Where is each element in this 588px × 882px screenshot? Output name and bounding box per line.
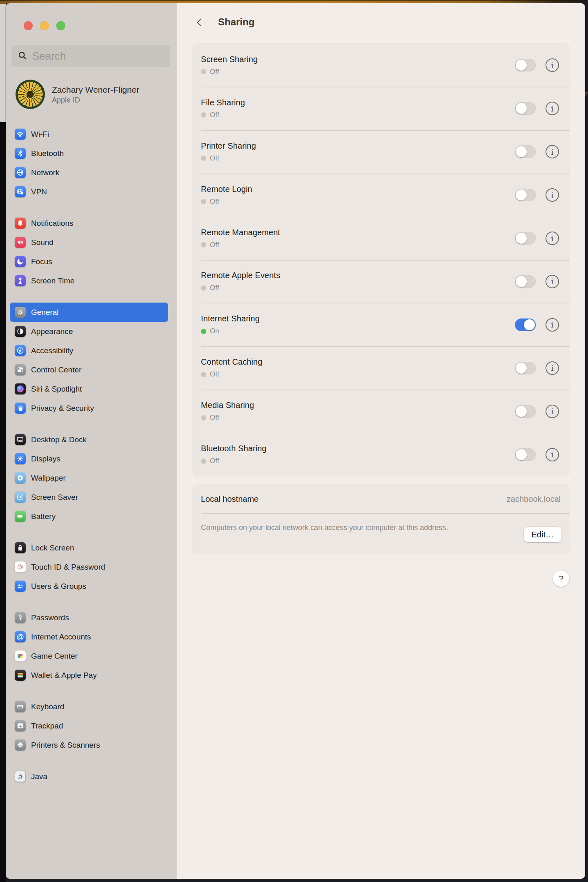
sidebar-item-label: Wallpaper [31, 474, 66, 483]
sidebar-item-accessibility[interactable]: Accessibility [10, 341, 168, 360]
sidebar-item-users-groups[interactable]: Users & Groups [10, 577, 168, 596]
info-icon: i [551, 147, 553, 156]
local-hostname-row: Local hostname zachbook.local [193, 485, 570, 514]
sidebar-item-general[interactable]: General [10, 303, 168, 322]
sidebar-item-label: Focus [31, 257, 52, 266]
info-button[interactable]: i [546, 318, 559, 332]
sidebar-item-privacy-security[interactable]: Privacy & Security [10, 399, 168, 418]
status-text: Off [210, 414, 219, 422]
info-button[interactable]: i [546, 232, 559, 245]
sidebar-item-wifi[interactable]: Wi-Fi [10, 125, 168, 144]
toggle-switch[interactable] [515, 405, 536, 418]
sidebar-item-label: Printers & Scanners [31, 741, 100, 750]
displays-sun-icon [15, 453, 26, 464]
printer-icon [15, 739, 26, 751]
info-button[interactable]: i [546, 102, 559, 115]
sidebar-item-network[interactable]: Network [10, 163, 168, 182]
apple-id-profile[interactable]: Zachary Wener-Fligner Apple ID [16, 80, 170, 109]
system-settings-window: Zachary Wener-Fligner Apple ID Wi-Fi Blu… [6, 3, 585, 879]
minimize-button[interactable] [40, 21, 49, 30]
sidebar-item-sound[interactable]: Sound [10, 233, 168, 252]
battery-icon [15, 511, 26, 522]
sidebar-item-control-center[interactable]: Control Center [10, 360, 168, 379]
sidebar-item-screen-saver[interactable]: Screen Saver [10, 488, 168, 507]
service-label: Media Sharing [201, 401, 515, 410]
sidebar-item-displays[interactable]: Displays [10, 449, 168, 468]
sidebar-item-wallet[interactable]: Wallet & Apple Pay [10, 666, 168, 685]
sidebar-item-keyboard[interactable]: Keyboard [10, 697, 168, 716]
sidebar-item-java[interactable]: Java [10, 767, 168, 786]
sidebar-item-game-center[interactable]: Game Center [10, 646, 168, 666]
service-row-internet-sharing: Internet Sharing On i [193, 303, 570, 346]
appearance-contrast-icon [15, 326, 26, 337]
info-button[interactable]: i [546, 448, 559, 461]
sidebar-item-label: Game Center [31, 652, 78, 661]
toggle-switch[interactable] [515, 189, 536, 201]
status-dot [201, 156, 206, 161]
service-row-bluetooth-sharing: Bluetooth Sharing Off i [193, 433, 570, 476]
sidebar-item-wallpaper[interactable]: Wallpaper [10, 468, 168, 488]
toggle-switch[interactable] [515, 102, 536, 115]
sidebar-group-peripherals: Keyboard Trackpad Printers & Scanners [10, 697, 168, 755]
sidebar-item-appearance[interactable]: Appearance [10, 322, 168, 341]
search-input[interactable] [32, 50, 164, 62]
game-center-bubbles-icon [15, 650, 26, 662]
sidebar-item-vpn[interactable]: VPN [10, 182, 168, 201]
screen-saver-icon [15, 492, 26, 503]
zoom-button[interactable] [56, 21, 65, 30]
sidebar-item-label: Java [31, 772, 47, 781]
sidebar-item-lock-screen[interactable]: Lock Screen [10, 538, 168, 557]
sidebar-item-focus[interactable]: Focus [10, 252, 168, 271]
help-button[interactable]: ? [553, 570, 569, 587]
sidebar-item-bluetooth[interactable]: Bluetooth [10, 144, 168, 163]
local-hostname-card: Local hostname zachbook.local Computers … [193, 485, 570, 554]
service-row-remote-management: Remote Management Off i [193, 217, 570, 260]
service-label: Content Caching [201, 357, 515, 367]
lock-icon [15, 542, 26, 553]
service-row-printer-sharing: Printer Sharing Off i [193, 130, 570, 174]
sharing-pane: Sharing Screen Sharing Off i File Sharin… [177, 3, 585, 879]
sidebar-item-touch-id[interactable]: Touch ID & Password [10, 557, 168, 577]
info-button[interactable]: i [546, 405, 559, 418]
toggle-switch[interactable] [515, 448, 536, 461]
wallpaper-flower-icon [15, 472, 26, 483]
status-text: Off [210, 457, 219, 465]
toggle-switch[interactable] [515, 362, 536, 374]
toggle-switch[interactable] [515, 318, 536, 331]
bluetooth-icon [15, 148, 26, 159]
edit-hostname-button[interactable]: Edit… [524, 527, 561, 542]
toggle-switch[interactable] [515, 275, 536, 288]
sound-speaker-icon [15, 237, 26, 248]
toggle-switch[interactable] [515, 145, 536, 158]
info-button[interactable]: i [546, 58, 559, 72]
sidebar-item-screen-time[interactable]: Screen Time [10, 271, 168, 290]
sidebar-item-label: Internet Accounts [31, 633, 91, 641]
sidebar-item-label: Keyboard [31, 702, 64, 711]
local-hostname-label: Local hostname [201, 494, 258, 504]
avatar [16, 80, 45, 109]
sidebar-item-label: Wi-Fi [31, 130, 49, 139]
search-field[interactable] [11, 45, 170, 67]
sidebar-item-desktop-dock[interactable]: Desktop & Dock [10, 430, 168, 449]
info-icon: i [551, 407, 553, 416]
sidebar-item-label: Privacy & Security [31, 404, 94, 413]
info-button[interactable]: i [546, 188, 559, 202]
info-button[interactable]: i [546, 275, 559, 288]
sidebar-item-label: Users & Groups [31, 582, 86, 591]
close-button[interactable] [24, 21, 33, 30]
service-label: Screen Sharing [201, 55, 515, 64]
toggle-switch[interactable] [515, 232, 536, 245]
sidebar-item-printers-scanners[interactable]: Printers & Scanners [10, 735, 168, 755]
sidebar-item-internet-accounts[interactable]: @ Internet Accounts [10, 627, 168, 646]
back-button[interactable] [195, 18, 203, 27]
toggle-switch[interactable] [515, 59, 536, 71]
info-button[interactable]: i [546, 361, 559, 375]
service-row-media-sharing: Media Sharing Off i [193, 390, 570, 433]
info-button[interactable]: i [546, 145, 559, 158]
sidebar-item-trackpad[interactable]: Trackpad [10, 716, 168, 735]
sidebar-item-siri-spotlight[interactable]: Siri & Spotlight [10, 379, 168, 399]
sidebar-item-label: General [31, 308, 59, 317]
sidebar-item-battery[interactable]: Battery [10, 507, 168, 526]
sidebar-item-passwords[interactable]: Passwords [10, 608, 168, 627]
sidebar-item-notifications[interactable]: Notifications [10, 214, 168, 233]
